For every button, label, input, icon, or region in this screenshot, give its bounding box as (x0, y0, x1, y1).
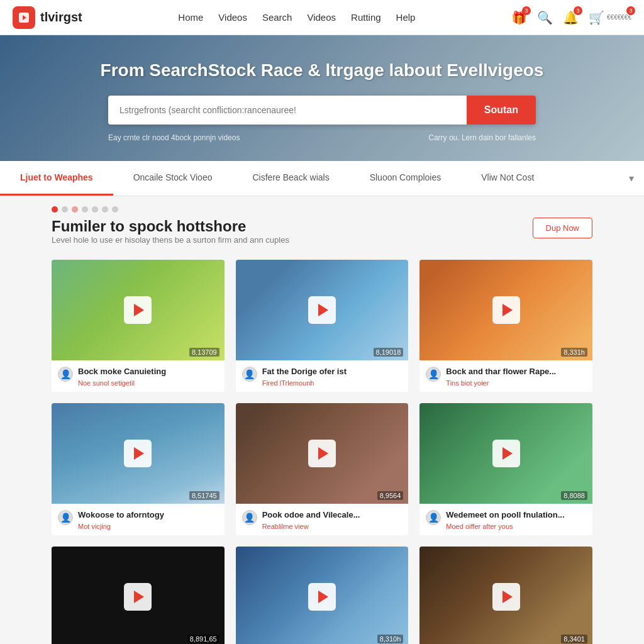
search-input[interactable] (108, 96, 467, 125)
video-info-4: 👤 Pook odoe and Vilecale... Reablilme vi… (236, 504, 409, 535)
search-button[interactable]: Soutan (467, 96, 536, 125)
video-card-1[interactable]: 8,19018 👤 Fat the Dorige ofer ist Fired … (236, 260, 409, 392)
video-card-6[interactable]: 8,891,65 👤 Toring this Super Tumk Tiree … (52, 547, 225, 644)
avatar-1: 👤 (242, 367, 257, 382)
video-info-2: 👤 Bock and thar flower Rape... Tins biot… (419, 360, 592, 392)
nav-home[interactable]: Home (178, 12, 203, 23)
video-price-3: 8,51745 (189, 491, 219, 500)
play-button-4[interactable] (308, 440, 336, 467)
video-meta-1: 👤 Fat the Dorige ofer ist Fired lTrlemou… (242, 367, 402, 387)
gift-badge: 3 (522, 6, 531, 15)
tab-4[interactable]: Vliw Not Cost (461, 161, 554, 196)
video-card-2[interactable]: 8,331h 👤 Bock and thar flower Rape... Ti… (419, 260, 592, 392)
avatar-4: 👤 (242, 510, 257, 525)
video-thumb-3: 8,51745 (52, 403, 225, 504)
play-button-5[interactable] (492, 440, 520, 467)
video-price-5: 8,8088 (561, 491, 587, 500)
video-text-0: Bock moke Canuieting Noe sunol setigetil (78, 367, 218, 387)
video-price-0: 8,13709 (189, 348, 219, 357)
video-title-2: Bock and thar flower Rape... (446, 367, 586, 377)
nav-videos-1[interactable]: Videos (218, 12, 247, 23)
nav-search[interactable]: Search (262, 12, 292, 23)
logo-icon (13, 6, 35, 29)
video-price-8: 8,3401 (561, 635, 587, 643)
video-thumb-5: 8,8088 (419, 403, 592, 504)
logo-area: tlvirgst (13, 6, 82, 29)
video-sub-4: Reablilme view (262, 523, 402, 530)
bell-button[interactable]: 🔔 3 (563, 10, 579, 25)
video-price-2: 8,331h (561, 348, 587, 357)
nav-rutting[interactable]: Rutting (351, 12, 381, 23)
main-section: Fumiler to spock hottshore Level hole lo… (39, 218, 605, 644)
search-bar: Soutan (108, 96, 536, 125)
tab-2[interactable]: Cisfere Beack wials (232, 161, 349, 196)
tab-3[interactable]: Sluoon Comploies (350, 161, 462, 196)
avatar-2: 👤 (426, 367, 441, 382)
dot-5[interactable] (102, 206, 108, 213)
video-text-3: Wokoose to aforntogy Mot vicjing (78, 510, 218, 530)
video-title-3: Wokoose to aforntogy (78, 510, 218, 521)
video-sub-0: Noe sunol setigetil (78, 379, 218, 387)
avatar-3: 👤 (58, 510, 73, 525)
video-info-1: 👤 Fat the Dorige ofer ist Fired lTrlemou… (236, 360, 409, 392)
video-meta-4: 👤 Pook odoe and Vilecale... Reablilme vi… (242, 510, 402, 530)
video-card-8[interactable]: 8,3401 👤 New oder do fing withle not... … (419, 547, 592, 644)
video-meta-3: 👤 Wokoose to aforntogy Mot vicjing (58, 510, 218, 530)
carousel-dots (39, 196, 605, 218)
dot-4[interactable] (92, 206, 98, 213)
video-card-3[interactable]: 8,51745 👤 Wokoose to aforntogy Mot vicji… (52, 403, 225, 535)
video-card-0[interactable]: 8,13709 👤 Bock moke Canuieting Noe sunol… (52, 260, 225, 392)
dot-1[interactable] (62, 206, 68, 213)
video-thumb-2: 8,331h (419, 260, 592, 360)
tabs-container: Ljuet to Weaphes Oncaile Stock Vioeo Cis… (0, 161, 644, 196)
tab-0[interactable]: Ljuet to Weaphes (0, 161, 113, 196)
video-price-1: 8,19018 (374, 348, 404, 357)
play-button-2[interactable] (492, 296, 520, 324)
video-price-7: 8,310h (377, 635, 404, 643)
tab-1[interactable]: Oncaile Stock Vioeo (113, 161, 233, 196)
video-thumb-7: 8,310h (236, 547, 409, 644)
play-button-1[interactable] (308, 296, 336, 324)
cart-badge: 3 (626, 6, 635, 15)
nav-videos-2[interactable]: Videos (307, 12, 336, 23)
search-icon-btn[interactable]: 🔍 (537, 10, 553, 25)
nav-help[interactable]: Help (396, 12, 416, 23)
video-title-1: Fat the Dorige ofer ist (262, 367, 402, 377)
video-text-2: Bock and thar flower Rape... Tins biot y… (446, 367, 586, 387)
dot-0[interactable] (52, 206, 58, 213)
video-card-5[interactable]: 8,8088 👤 Wedemeet on pooll fnulation... … (419, 403, 592, 535)
bell-badge: 3 (574, 6, 582, 15)
main-nav: Home Videos Search Videos Rutting Help (178, 12, 415, 23)
gift-button[interactable]: 🎁 3 (511, 10, 527, 25)
play-button-6[interactable] (124, 583, 152, 611)
dot-3[interactable] (82, 206, 88, 213)
hero-title: From SearchStock Race & ltrgage labout E… (13, 60, 631, 80)
play-button-8[interactable] (492, 583, 520, 611)
avatar-0: 👤 (58, 367, 73, 382)
cart-button[interactable]: 🛒 3 €€€€€€€ (589, 10, 631, 25)
video-card-4[interactable]: 8,9564 👤 Pook odoe and Vilecale... Reabl… (236, 403, 409, 535)
video-text-1: Fat the Dorige ofer ist Fired lTrlemounh (262, 367, 402, 387)
video-meta-2: 👤 Bock and thar flower Rape... Tins biot… (426, 367, 586, 387)
play-button-3[interactable] (124, 440, 152, 467)
dot-6[interactable] (112, 206, 118, 213)
dup-now-button[interactable]: Dup Now (533, 218, 592, 238)
play-button-7[interactable] (308, 583, 336, 611)
video-price-4: 8,9564 (377, 491, 404, 500)
header-icons: 🎁 3 🔍 🔔 3 🛒 3 €€€€€€€ (511, 10, 631, 25)
section-header: Fumiler to spock hottshore Level hole lo… (52, 218, 592, 256)
video-meta-0: 👤 Bock moke Canuieting Noe sunol setiget… (58, 367, 218, 387)
video-card-7[interactable]: 8,310h 👤 Farting as the stoor 15 rig rer… (236, 547, 409, 644)
video-title-4: Pook odoe and Vilecale... (262, 510, 402, 521)
hero-section: From SearchStock Race & ltrgage labout E… (0, 35, 644, 161)
video-title-5: Wedemeet on pooll fnulation... (446, 510, 586, 521)
play-button-0[interactable] (124, 296, 152, 324)
dot-2[interactable] (72, 206, 78, 213)
section-title-block: Fumiler to spock hottshore Level hole lo… (52, 218, 289, 256)
video-thumb-8: 8,3401 (419, 547, 592, 644)
hero-sub-right: Carry ou. Lern dain bor fallanles (428, 133, 536, 142)
video-meta-5: 👤 Wedemeet on pooll fnulation... Moed oi… (426, 510, 586, 530)
section-desc: Level hole lo use er hisolay thens be a … (52, 235, 289, 245)
tabs-chevron[interactable]: ▾ (619, 161, 644, 196)
video-thumb-4: 8,9564 (236, 403, 409, 504)
